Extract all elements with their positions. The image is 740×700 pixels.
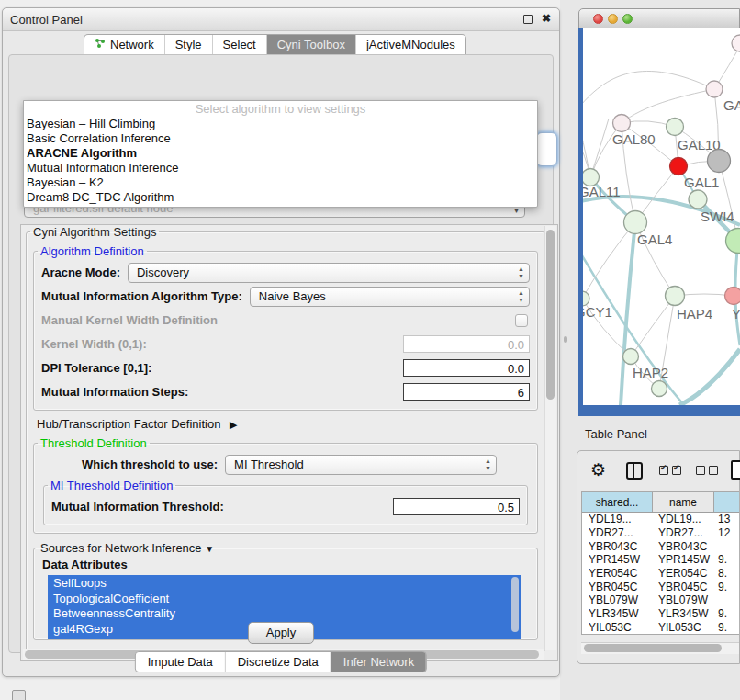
network-node[interactable] xyxy=(666,287,685,306)
cell-shared-name: YLR345W xyxy=(582,607,653,620)
column-header-shared[interactable]: shared... xyxy=(582,492,653,512)
table-horizontal-scrollbar[interactable] xyxy=(581,642,739,654)
cell-shared-name: YIL053C xyxy=(582,621,653,634)
algorithm-option[interactable]: Basic Correlation Inference xyxy=(24,131,537,146)
network-node[interactable] xyxy=(623,349,639,365)
table-body: YDL19... YDL19... 13 YDR27... YDR27... 1… xyxy=(582,513,739,634)
algorithm-combo-edge[interactable] xyxy=(536,132,557,166)
kernel-width-field[interactable]: 0.0 xyxy=(403,335,530,353)
list-item[interactable]: SelfLoops xyxy=(48,576,521,592)
tab-select[interactable]: Select xyxy=(212,35,266,54)
network-node[interactable] xyxy=(670,158,688,175)
combo-arrows-icon: ▲▼ xyxy=(518,289,524,304)
tab-label: Style xyxy=(175,38,202,51)
network-node-label: HAP4 xyxy=(677,306,712,322)
float-window-icon[interactable] xyxy=(523,15,533,24)
sources-group-title[interactable]: Sources for Network Inference ▼ xyxy=(38,541,217,555)
mi-steps-field[interactable]: 6 xyxy=(403,383,530,401)
table-row[interactable]: YBR043C YBR043C xyxy=(582,539,739,553)
network-node-label: HAP2 xyxy=(633,365,668,380)
network-node-label: SWI4 xyxy=(701,209,734,224)
algorithm-option[interactable]: ARACNE Algorithm xyxy=(24,146,537,161)
control-panel-window: Control Panel ✖ Network Style Select Cyn… xyxy=(2,7,560,677)
network-node[interactable] xyxy=(689,190,707,209)
gear-icon[interactable]: ⚙ xyxy=(590,459,606,480)
mi-type-combo[interactable]: Naive Bayes ▲▼ xyxy=(250,287,530,307)
table-row[interactable]: YIL053C YIL053C 9. xyxy=(582,621,739,635)
algorithm-option[interactable]: Dream8 DC_TDC Algorithm xyxy=(24,190,537,205)
which-threshold-row: Which threshold to use: MI Threshold ▲▼ xyxy=(82,453,497,476)
control-panel-title: Control Panel xyxy=(10,13,83,27)
network-canvas[interactable]: GALGAL80GAL10GAL1GAL11SWI4GAL4GCY1HAP4YH… xyxy=(583,28,740,405)
tab-cyni-toolbox[interactable]: Cyni Toolbox xyxy=(266,35,355,54)
tab-infer-network[interactable]: Infer Network xyxy=(331,652,426,672)
network-node[interactable] xyxy=(725,288,740,305)
network-node[interactable] xyxy=(624,211,647,234)
control-panel-tabbar: Network Style Select Cyni Toolbox jActiv… xyxy=(84,34,466,54)
table-row[interactable]: YPR145W YPR145W 9. xyxy=(582,553,739,567)
deselect-all-columns-icon[interactable] xyxy=(696,466,718,475)
minimize-traffic-light-icon[interactable] xyxy=(608,14,618,24)
columns-icon[interactable] xyxy=(626,462,643,480)
close-icon[interactable]: ✖ xyxy=(542,12,551,25)
tab-network[interactable]: Network xyxy=(84,35,164,54)
screen: Control Panel ✖ Network Style Select Cyn… xyxy=(0,0,740,700)
network-node[interactable] xyxy=(613,115,631,132)
network-node[interactable] xyxy=(732,35,740,51)
sources-title-label: Sources for Network Inference xyxy=(40,541,202,555)
table-row[interactable]: YLR345W YLR345W 9. xyxy=(582,607,739,621)
dpi-tolerance-field[interactable]: 0.0 xyxy=(403,359,530,377)
manual-kernel-checkbox[interactable] xyxy=(515,314,528,327)
network-node[interactable] xyxy=(667,119,684,136)
network-node[interactable] xyxy=(708,150,731,173)
which-threshold-combo[interactable]: MI Threshold ▲▼ xyxy=(225,455,497,475)
cell-value: 13 xyxy=(714,513,739,525)
cell-value: 8. xyxy=(714,567,739,580)
column-header-name[interactable]: name xyxy=(653,492,714,512)
network-canvas-svg[interactable]: GALGAL80GAL10GAL1GAL11SWI4GAL4GCY1HAP4YH… xyxy=(583,28,740,405)
minimized-panel-icon[interactable] xyxy=(12,690,26,700)
aracne-mode-combo[interactable]: Discovery ▲▼ xyxy=(128,263,530,283)
manual-kernel-row: Manual Kernel Width Definition xyxy=(41,309,530,332)
network-window-titlebar[interactable] xyxy=(578,8,740,28)
scrollbar-thumb[interactable] xyxy=(546,230,555,400)
algorithm-options: Bayesian – Hill ClimbingBasic Correlatio… xyxy=(24,117,537,205)
control-panel-titlebar: Control Panel ✖ xyxy=(3,8,559,31)
zoom-traffic-light-icon[interactable] xyxy=(622,14,633,24)
table-row[interactable]: YDL19... YDL19... 13 xyxy=(582,513,739,526)
tab-impute-data[interactable]: Impute Data xyxy=(136,652,225,672)
panel-divider-handle[interactable] xyxy=(564,336,567,343)
algorithm-option[interactable]: Bayesian – Hill Climbing xyxy=(24,117,537,131)
dpi-tolerance-row: DPI Tolerance [0,1]: 0.0 xyxy=(41,356,530,379)
tab-style[interactable]: Style xyxy=(164,35,212,54)
table-row[interactable]: YBR045C YBR045C 9. xyxy=(582,580,739,593)
scrollbar-thumb[interactable] xyxy=(584,644,722,652)
network-node[interactable] xyxy=(652,381,667,397)
list-item[interactable]: TopologicalCoefficient xyxy=(48,592,521,607)
list-scrollbar-thumb[interactable] xyxy=(511,577,519,632)
nodes-layer: GALGAL80GAL10GAL1GAL11SWI4GAL4GCY1HAP4YH… xyxy=(583,35,740,397)
network-node[interactable] xyxy=(706,81,723,97)
tab-label: Cyni Toolbox xyxy=(277,38,345,51)
select-all-columns-icon[interactable] xyxy=(659,466,681,475)
apply-button[interactable]: Apply xyxy=(248,622,314,644)
cell-name: YBR043C xyxy=(653,540,714,553)
tab-jactivemnodules[interactable]: jActiveMNodules xyxy=(355,35,465,54)
new-table-icon[interactable] xyxy=(731,460,740,480)
hub-definition-toggle[interactable]: Hub/Transcription Factor Definition ▶ xyxy=(37,417,541,431)
dpi-tolerance-label: DPI Tolerance [0,1]: xyxy=(41,361,151,375)
algorithm-option[interactable]: Mutual Information Inference xyxy=(24,161,537,175)
tab-discretize-data[interactable]: Discretize Data xyxy=(225,652,331,672)
table-row[interactable]: YER054C YER054C 8. xyxy=(582,567,739,581)
table-row[interactable]: YDR27... YDR27... 12 xyxy=(582,526,739,540)
close-traffic-light-icon[interactable] xyxy=(593,14,603,24)
column-header-cut[interactable] xyxy=(714,492,739,512)
network-node-label: GAL xyxy=(723,97,740,113)
cell-name: YPR145W xyxy=(653,553,714,566)
table-row[interactable]: YBL079W YBL079W xyxy=(582,593,739,607)
network-node-label: GAL4 xyxy=(637,231,672,247)
mi-threshold-field[interactable]: 0.5 xyxy=(393,498,520,515)
list-item[interactable]: BetweennessCentrality xyxy=(48,606,521,622)
algorithm-option[interactable]: Bayesian – K2 xyxy=(24,175,537,190)
settings-vertical-scrollbar[interactable] xyxy=(544,226,556,650)
